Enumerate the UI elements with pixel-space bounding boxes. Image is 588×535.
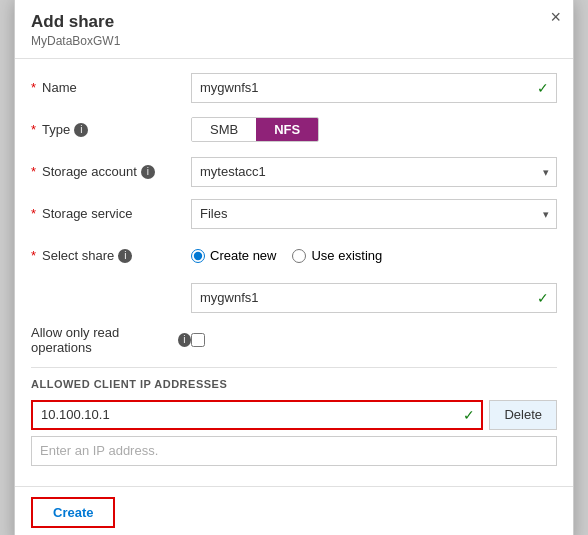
dialog-header: Add share MyDataBoxGW1 × <box>15 0 573 59</box>
storage-account-info-icon: i <box>141 165 155 179</box>
use-existing-label: Use existing <box>311 248 382 263</box>
type-control: SMB NFS <box>191 117 557 142</box>
create-new-radio[interactable] <box>191 249 205 263</box>
required-star-share: * <box>31 248 36 263</box>
allow-read-control <box>191 333 557 347</box>
allow-read-label: Allow only read operations i <box>31 325 191 355</box>
create-new-label: Create new <box>210 248 276 263</box>
storage-account-select-wrapper: mytestacc1 ▾ <box>191 157 557 187</box>
required-star-ss: * <box>31 206 36 221</box>
name-input-wrapper: ✓ <box>191 73 557 103</box>
share-name-row: ✓ <box>31 283 557 313</box>
type-info-icon: i <box>74 123 88 137</box>
create-button[interactable]: Create <box>31 497 115 528</box>
name-label-text: Name <box>42 80 77 95</box>
storage-account-label: * Storage account i <box>31 164 191 179</box>
dialog-title: Add share <box>31 12 557 32</box>
type-toggle: SMB NFS <box>191 117 319 142</box>
smb-button[interactable]: SMB <box>192 118 256 141</box>
select-share-label: * Select share i <box>31 248 191 263</box>
dialog-subtitle: MyDataBoxGW1 <box>31 34 557 48</box>
dialog-footer: Create <box>15 486 573 536</box>
required-star-type: * <box>31 122 36 137</box>
type-label: * Type i <box>31 122 191 137</box>
select-share-info-icon: i <box>118 249 132 263</box>
storage-service-select-wrapper: Files ▾ <box>191 199 557 229</box>
dialog-body: * Name ✓ * Type i SMB NFS <box>15 59 573 486</box>
name-control: ✓ <box>191 73 557 103</box>
allow-read-label-text: Allow only read operations <box>31 325 174 355</box>
nfs-button[interactable]: NFS <box>256 118 318 141</box>
share-name-control: ✓ <box>191 283 557 313</box>
required-star-sa: * <box>31 164 36 179</box>
section-divider <box>31 367 557 368</box>
storage-service-select[interactable]: Files <box>191 199 557 229</box>
select-share-label-text: Select share <box>42 248 114 263</box>
storage-account-row: * Storage account i mytestacc1 ▾ <box>31 157 557 187</box>
create-new-option[interactable]: Create new <box>191 248 276 263</box>
storage-service-control: Files ▾ <box>191 199 557 229</box>
allow-read-info-icon: i <box>178 333 191 347</box>
select-share-row: * Select share i Create new Use existing <box>31 241 557 271</box>
allow-read-row: Allow only read operations i <box>31 325 557 355</box>
name-input[interactable] <box>191 73 557 103</box>
storage-account-select[interactable]: mytestacc1 <box>191 157 557 187</box>
share-name-input-wrapper: ✓ <box>191 283 557 313</box>
allow-read-checkbox[interactable] <box>191 333 205 347</box>
type-row: * Type i SMB NFS <box>31 115 557 145</box>
new-ip-input-wrapper <box>31 436 557 466</box>
storage-account-control: mytestacc1 ▾ <box>191 157 557 187</box>
ip-input-wrapper: ✓ <box>31 400 483 430</box>
type-label-text: Type <box>42 122 70 137</box>
delete-button[interactable]: Delete <box>489 400 557 430</box>
new-ip-input[interactable] <box>31 436 557 466</box>
storage-service-row: * Storage service Files ▾ <box>31 199 557 229</box>
name-check-icon: ✓ <box>537 80 549 96</box>
new-ip-row <box>31 436 557 466</box>
storage-service-label-text: Storage service <box>42 206 132 221</box>
select-share-control: Create new Use existing <box>191 248 557 263</box>
use-existing-option[interactable]: Use existing <box>292 248 382 263</box>
name-row: * Name ✓ <box>31 73 557 103</box>
use-existing-radio[interactable] <box>292 249 306 263</box>
storage-account-label-text: Storage account <box>42 164 137 179</box>
ip-check-icon: ✓ <box>463 407 475 423</box>
share-name-input[interactable] <box>191 283 557 313</box>
ip-row: ✓ Delete <box>31 400 557 430</box>
ip-input[interactable] <box>31 400 483 430</box>
required-star: * <box>31 80 36 95</box>
radio-group: Create new Use existing <box>191 248 382 263</box>
name-label: * Name <box>31 80 191 95</box>
add-share-dialog: Add share MyDataBoxGW1 × * Name ✓ * Type… <box>14 0 574 535</box>
close-button[interactable]: × <box>550 8 561 26</box>
section-label: ALLOWED CLIENT IP ADDRESSES <box>31 378 557 390</box>
storage-service-label: * Storage service <box>31 206 191 221</box>
share-name-check-icon: ✓ <box>537 290 549 306</box>
